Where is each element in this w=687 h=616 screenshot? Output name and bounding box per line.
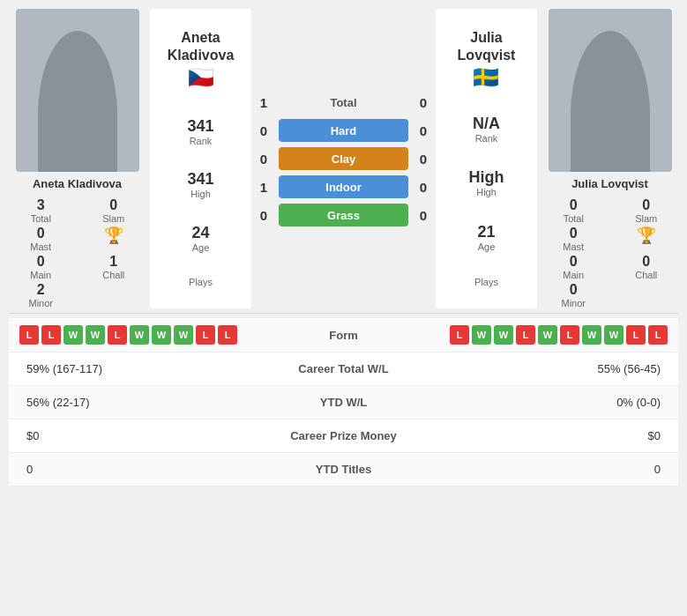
stat-row-label: YTD Titles <box>256 463 432 476</box>
form-badge: L <box>516 325 535 345</box>
surface-badge: Indoor <box>279 175 408 198</box>
right-main-value: 0 <box>570 254 578 270</box>
main-container: Aneta Kladivova 3 Total 0 Slam 0 Mast 🏆 <box>0 0 687 486</box>
stat-row-label: Career Total W/L <box>256 362 432 375</box>
form-badge: L <box>560 325 579 345</box>
right-mast-label: Mast <box>563 241 584 252</box>
left-chall-value: 1 <box>109 254 117 270</box>
left-age-item: 24 Age <box>191 224 209 253</box>
left-player-stats: 3 Total 0 Slam 0 Mast 🏆 0 Main <box>9 197 146 308</box>
right-slam-value: 0 <box>642 197 650 213</box>
right-main-cell: 0 Main <box>541 254 606 280</box>
surface-left-score: 1 <box>256 180 272 195</box>
right-age-label: Age <box>477 241 495 252</box>
form-badge: L <box>218 325 237 345</box>
surface-badge: Hard <box>279 119 408 142</box>
form-badge: W <box>604 325 624 345</box>
left-name-line1: Aneta <box>181 30 220 46</box>
right-total-value: 0 <box>570 197 578 213</box>
form-badge: L <box>648 325 668 345</box>
right-high-label: High <box>469 187 504 197</box>
right-slam-label: Slam <box>635 213 657 224</box>
left-trophy-icon: 🏆 <box>104 226 123 245</box>
stat-row-right-value: 0 <box>432 463 661 476</box>
left-rank-value: 341 <box>187 117 213 136</box>
left-total-cell: 3 Total <box>9 197 73 224</box>
form-badge: W <box>582 325 601 345</box>
surface-row: 0Grass0 <box>256 204 431 226</box>
right-main-label: Main <box>563 270 584 280</box>
surface-row: 0Clay0 <box>256 147 431 170</box>
right-plays-item: Plays <box>474 277 498 287</box>
stat-row: 56% (22-17)YTD W/L0% (0-0) <box>9 386 678 419</box>
middle-section: Aneta Kladivova 🇨🇿 341 Rank 341 High 24 … <box>150 9 537 308</box>
right-chall-label: Chall <box>635 270 657 280</box>
right-name-line2: Lovqvist <box>458 48 516 63</box>
stat-row-left-value: 56% (22-17) <box>26 396 256 409</box>
left-rank-label: Rank <box>187 136 213 146</box>
left-plays-item: Plays <box>189 277 213 287</box>
left-mast-cell: 0 Mast <box>9 226 73 252</box>
left-avatar-body <box>38 31 117 172</box>
form-badge: W <box>152 325 171 345</box>
left-total-value: 3 <box>37 197 45 213</box>
form-label: Form <box>291 329 397 342</box>
right-plays-label: Plays <box>474 277 498 287</box>
right-trophy-icon: 🏆 <box>637 226 656 245</box>
form-badge: W <box>130 325 149 345</box>
form-badge: W <box>472 325 491 345</box>
right-total-label: Total <box>564 213 584 224</box>
stat-row-left-value: 59% (167-117) <box>26 362 256 375</box>
form-row: LLWWLWWWLL Form LWWLWLWWLL <box>9 318 678 353</box>
stat-row-right-value: $0 <box>432 429 661 442</box>
right-chall-value: 0 <box>642 254 650 270</box>
form-badge: W <box>86 325 105 345</box>
left-player-name: Aneta Kladivova <box>33 177 122 190</box>
right-slam-cell: 0 Slam <box>615 197 679 224</box>
left-minor-label: Minor <box>28 298 53 308</box>
form-badge: W <box>538 325 557 345</box>
top-area: Aneta Kladivova 3 Total 0 Slam 0 Mast 🏆 <box>0 0 687 313</box>
right-player-avatar <box>549 9 672 172</box>
form-badge: L <box>196 325 215 345</box>
surface-right-score: 0 <box>415 123 431 138</box>
surface-badge: Grass <box>279 204 408 226</box>
left-chall-label: Chall <box>102 270 124 280</box>
form-badge: L <box>41 325 61 345</box>
left-total-label: Total <box>31 213 51 224</box>
surface-right-score: 0 <box>415 95 431 110</box>
right-player-name: Julia Lovqvist <box>571 177 648 190</box>
left-plays-label: Plays <box>189 277 213 287</box>
right-flag: 🇸🇪 <box>473 65 499 90</box>
left-form-badges: LLWWLWWWLL <box>19 325 291 345</box>
left-slam-label: Slam <box>102 213 124 224</box>
form-badge: L <box>450 325 469 345</box>
stat-row-label: YTD W/L <box>256 396 432 409</box>
form-badge: W <box>494 325 513 345</box>
bottom-stats-container: 59% (167-117)Career Total W/L55% (56-45)… <box>9 353 678 486</box>
surface-right-score: 0 <box>415 180 431 195</box>
surface-row: 1Total0 <box>256 91 431 114</box>
divider <box>9 313 678 314</box>
right-mast-value: 0 <box>570 226 578 241</box>
stat-row: 59% (167-117)Career Total W/L55% (56-45) <box>9 353 678 386</box>
right-age-value: 21 <box>477 223 495 241</box>
right-name-line1: Julia <box>470 30 502 46</box>
surface-rows: 1Total00Hard00Clay01Indoor00Grass0 <box>256 91 431 226</box>
left-slam-value: 0 <box>109 197 117 213</box>
left-high-value: 341 <box>187 170 213 189</box>
stat-row-right-value: 55% (56-45) <box>432 362 661 375</box>
left-mast-value: 0 <box>37 226 45 241</box>
right-rank-label: Rank <box>473 133 500 144</box>
form-badge: L <box>626 325 646 345</box>
left-age-value: 24 <box>191 224 209 242</box>
left-minor-cell: 2 Minor <box>9 282 73 308</box>
left-flag: 🇨🇿 <box>188 65 214 90</box>
left-mast-label: Mast <box>30 241 51 252</box>
surface-left-score: 0 <box>256 152 272 167</box>
right-age-item: 21 Age <box>477 223 495 252</box>
right-minor-cell: 0 Minor <box>541 282 606 308</box>
right-total-cell: 0 Total <box>541 197 606 224</box>
bottom-section: LLWWLWWWLL Form LWWLWLWWLL 59% (167-117)… <box>9 318 678 486</box>
surface-badge: Clay <box>279 147 408 170</box>
